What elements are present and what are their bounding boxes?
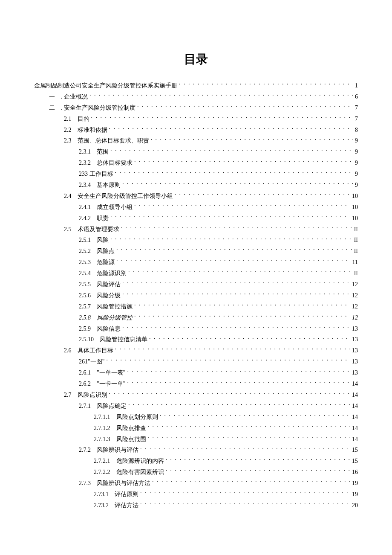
toc-leader-dots: [151, 137, 354, 142]
toc-label: 2.4.1 成立领导小组: [79, 202, 133, 213]
toc-page-number: 1: [355, 80, 358, 91]
toc-leader-dots: [115, 170, 354, 176]
toc-entry: 2.6 具体工作目标13: [34, 345, 358, 356]
toc-label: 金属制品制造公司安全生产风险分级管控体系实施手册: [34, 80, 177, 91]
toc-page-number: 20: [352, 500, 358, 511]
toc-leader-dots: [137, 104, 353, 110]
toc-page-number: 19: [352, 489, 358, 500]
toc-entry: 2.1 目的7: [34, 113, 358, 125]
toc-label: 2.7.1.2 风险点排查: [94, 423, 146, 434]
toc-page-number: 13: [352, 345, 358, 356]
toc-leader-dots: [134, 203, 350, 209]
toc-entry: 2.5 术语及管理要求II: [34, 224, 358, 235]
toc-page-number: 10: [352, 191, 358, 202]
toc-leader-dots: [122, 291, 350, 297]
toc-entry: 2.5.7 风险管控措施12: [34, 301, 358, 312]
toc-leader-dots: [127, 369, 350, 375]
toc-label: 2.7.1 风险点确定: [79, 401, 127, 412]
toc-label: 2.5 术语及管理要求: [64, 224, 119, 235]
toc-entry: 2.73.2 评估方法20: [34, 500, 358, 511]
toc-page-number: 10: [352, 213, 358, 224]
toc-page-number: 12: [352, 312, 358, 323]
toc-leader-dots: [148, 435, 351, 441]
toc-label: 2.6.2 "一卡一单": [79, 378, 125, 389]
toc-leader-dots: [175, 192, 351, 198]
toc-entry: 一 . 企业概况6: [34, 91, 358, 102]
toc-leader-dots: [89, 93, 353, 99]
toc-page-number: II: [354, 246, 358, 257]
toc-entry: 261"一图"13: [34, 356, 358, 367]
toc-entry: 2.7.1 风险点确定14: [34, 401, 358, 412]
page-title: 目录: [34, 51, 358, 67]
toc-leader-dots: [106, 357, 350, 363]
toc-page-number: 9: [355, 157, 358, 169]
toc-label: 2.3.1 范围: [79, 146, 109, 157]
toc-label: 2.4.2 职责: [79, 213, 109, 224]
toc-leader-dots: [148, 424, 351, 430]
toc-leader-dots: [109, 391, 351, 397]
toc-page-number: II: [354, 235, 358, 246]
toc-page-number: 12: [352, 290, 358, 301]
toc-label: 2.5.4 危险源识别: [79, 268, 127, 279]
toc-label: 2.3 范围、总体目标要求、职责: [64, 135, 149, 146]
toc-leader-dots: [122, 280, 350, 286]
toc-page-number: II: [354, 224, 358, 235]
toc-label: 一 . 企业概况: [49, 91, 88, 102]
toc-label: 2.2 标准和依据: [64, 125, 107, 136]
toc-label: 2.6 具体工作目标: [64, 345, 113, 356]
toc-leader-dots: [110, 236, 352, 242]
toc-leader-dots: [179, 81, 353, 87]
toc-label: 2.7.3 风险辨识与评估方法: [79, 478, 150, 489]
toc-page-number: 8: [355, 125, 358, 136]
toc-page-number: 16: [352, 467, 358, 478]
toc-entry: 金属制品制造公司安全生产风险分级管控体系实施手册1: [34, 80, 358, 91]
toc-leader-dots: [166, 468, 351, 474]
toc-leader-dots: [121, 225, 352, 231]
toc-label: 233 工作目标: [79, 169, 113, 180]
toc-page-number: 7: [355, 102, 358, 113]
toc-page-number: 14: [352, 389, 358, 401]
toc-entry: 2.5.10 风险管控信息清单13: [34, 334, 358, 345]
toc-label: 2.7.2.2 危险有害因素辨识: [94, 467, 164, 478]
toc-label: 2.1 目的: [64, 113, 89, 125]
toc-leader-dots: [134, 314, 350, 320]
toc-entry: 2.2 标准和依据8: [34, 125, 358, 136]
toc-page-number: 14: [352, 434, 358, 445]
toc-entry: 2.3.1 范围9: [34, 146, 358, 157]
toc-entry: 二 . 安全生产风险分级管控制度7: [34, 102, 358, 113]
toc-leader-dots: [128, 402, 350, 408]
toc-entry: 2.4 安全生产风险分级管控工作领导小组10: [34, 191, 358, 202]
toc-page-number: 9: [355, 180, 358, 191]
toc-entry: 2.3.4 基本原则9: [34, 180, 358, 191]
toc-entry: 2.5.3 危险源11: [34, 257, 358, 268]
toc-page-number: 11: [352, 257, 358, 268]
toc-leader-dots: [91, 115, 354, 121]
toc-page-number: 14: [352, 412, 358, 423]
toc-page-number: 13: [352, 334, 358, 345]
toc-label: 2.7.2 风险辨识与评估: [79, 445, 138, 456]
toc-label: 2.4 安全生产风险分级管控工作领导小组: [64, 191, 173, 202]
toc-entry: 2.7.2.1 危险源辨识的内容15: [34, 456, 358, 467]
toc-page-number: 15: [352, 456, 358, 467]
toc-leader-dots: [160, 413, 351, 419]
toc-page-number: 12: [352, 301, 358, 312]
toc-label: 2.7 风险点识别: [64, 389, 107, 401]
toc-leader-dots: [109, 126, 354, 132]
toc-leader-dots: [110, 214, 350, 220]
toc-entry: 2.6.1 "一单一表"13: [34, 367, 358, 378]
toc-entry: 2.7.2.2 危险有害因素辨识16: [34, 467, 358, 478]
toc-label: 2.3.4 基本原则: [79, 180, 121, 191]
toc-label: 2.5.7 风险管控措施: [79, 301, 133, 312]
toc-entry: 2.5.8 风险分级管控12: [34, 312, 358, 323]
toc-page-number: 6: [355, 91, 358, 102]
toc-label: 2.5.10 风险管控信息清单: [79, 334, 147, 345]
toc-page-number: 15: [352, 445, 358, 456]
toc-leader-dots: [140, 501, 350, 507]
toc-leader-dots: [166, 457, 351, 463]
toc-page-number: 12: [352, 279, 358, 290]
toc-page-number: 14: [352, 423, 358, 434]
toc-entry: 2.5.4 危险源识别II: [34, 268, 358, 279]
toc-entry: 2.7.3 风险辨识与评估方法19: [34, 478, 358, 489]
toc-entry: 2.5.2 风险点II: [34, 246, 358, 257]
toc-leader-dots: [116, 258, 351, 264]
